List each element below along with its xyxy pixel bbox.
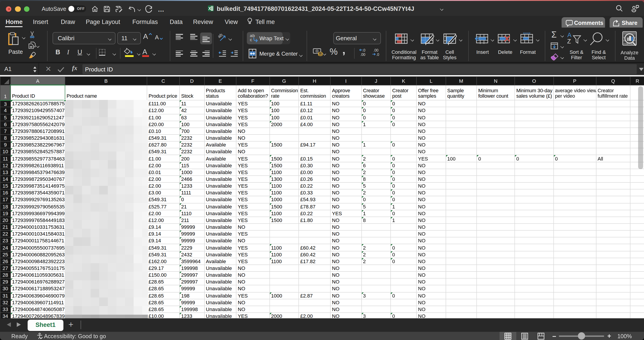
svg-text:.00: .00 xyxy=(374,48,378,52)
svg-text:.0: .0 xyxy=(362,48,365,52)
svg-text:ab: ab xyxy=(216,32,223,39)
svg-text:.00: .00 xyxy=(360,53,365,56)
svg-text:X: X xyxy=(208,6,211,11)
svg-text:.0: .0 xyxy=(376,53,379,56)
